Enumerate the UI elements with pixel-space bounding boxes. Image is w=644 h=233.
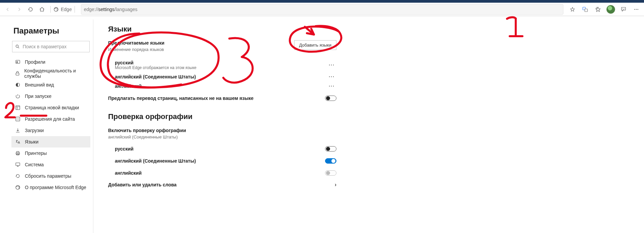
home-button[interactable] (36, 4, 48, 15)
section-heading-spellcheck: Проверка орфографии (108, 112, 644, 121)
favorite-button[interactable] (567, 4, 578, 15)
menu-button[interactable] (631, 4, 642, 15)
nav-newtab[interactable]: Страница новой вкладки (11, 102, 90, 113)
svg-rect-13 (16, 106, 20, 110)
svg-rect-11 (16, 73, 19, 75)
add-languages-button[interactable]: Добавить языки (294, 40, 336, 50)
forward-button[interactable] (13, 4, 25, 15)
nav-label: Внешний вид (25, 82, 54, 88)
nav-reset[interactable]: Сбросить параметры (11, 170, 90, 182)
language-name: английский (115, 83, 142, 89)
nav-label: Профили (25, 59, 45, 65)
spell-toggle[interactable] (325, 170, 336, 176)
section-heading-languages: Языки (108, 25, 644, 34)
nav-printers[interactable]: Принтеры (11, 148, 90, 159)
nav-permissions[interactable]: Разрешения для сайта (11, 113, 90, 125)
spell-row: английский (Соединенные Штаты) (108, 155, 336, 167)
avatar (606, 5, 615, 14)
nav-downloads[interactable]: Загрузки (11, 125, 90, 136)
appearance-icon (15, 82, 21, 88)
nav-startup[interactable]: При запуске (11, 91, 90, 102)
address-bar[interactable]: edge://settings/languages (81, 4, 563, 15)
chevron-right-icon: › (335, 182, 336, 188)
system-icon (15, 162, 21, 167)
add-remove-words-label: Добавить или удалить слова (108, 182, 177, 187)
nav-label: Языки (25, 139, 39, 144)
svg-point-3 (623, 8, 623, 9)
spell-toggle[interactable] (325, 158, 336, 164)
svg-point-16 (18, 118, 19, 119)
url-section: settings (98, 7, 114, 12)
nav-label: Принтеры (25, 151, 47, 156)
enable-spellcheck-label: Включить проверку орфографии (108, 128, 644, 133)
language-row: английский ··· (108, 81, 336, 91)
language-row: русский Microsoft Edge отображается на э… (108, 58, 336, 72)
language-row: английский (Соединенные Штаты) ··· (108, 72, 336, 81)
toolbar-right (567, 4, 642, 15)
app-label: Edge (61, 7, 72, 12)
preferred-languages-label: Предпочитаемые языки (108, 40, 165, 46)
spell-lang-name: английский (Соединенные Штаты) (115, 158, 196, 164)
svg-point-10 (17, 61, 18, 62)
sidebar-title: Параметры (13, 26, 90, 36)
settings-sidebar: Параметры Профили Конфиденциальность и с… (0, 19, 93, 233)
spell-lang-name: английский (115, 170, 142, 176)
nav-privacy[interactable]: Конфиденциальность и службы (11, 68, 90, 79)
profile-icon (15, 59, 21, 65)
nav-label: Разрешения для сайта (25, 116, 75, 122)
lock-icon (15, 71, 20, 76)
spell-lang-name: русский (115, 146, 134, 152)
url-suffix: /languages (114, 7, 138, 12)
nav-languages[interactable]: Языки (11, 136, 90, 148)
search-icon (15, 44, 20, 49)
svg-point-4 (624, 8, 625, 9)
svg-point-7 (637, 9, 638, 9)
settings-search[interactable] (12, 41, 90, 52)
nav-label: О программе Microsoft Edge (25, 185, 86, 190)
settings-main: Языки Предпочитаемые языки Изменение пор… (93, 19, 644, 233)
edge-icon (53, 7, 59, 12)
back-button[interactable] (2, 4, 13, 15)
permissions-icon (15, 116, 21, 122)
offer-translate-toggle[interactable] (325, 96, 336, 101)
offer-translate-label: Предлагать перевод страниц, написанных н… (108, 96, 254, 101)
language-name: английский (Соединенные Штаты) (115, 74, 196, 79)
site-identity[interactable]: Edge (53, 7, 72, 12)
language-name: русский (115, 60, 196, 65)
nav-profiles[interactable]: Профили (11, 56, 90, 68)
preferred-languages-sub: Изменение порядка языков (108, 47, 165, 52)
grid-icon (15, 105, 21, 110)
more-options-button[interactable]: ··· (327, 62, 336, 68)
url-prefix: edge:// (84, 7, 98, 12)
svg-rect-14 (16, 117, 20, 121)
feedback-button[interactable] (618, 4, 629, 15)
add-remove-words-row[interactable]: Добавить или удалить слова › (108, 182, 336, 188)
svg-rect-2 (585, 9, 588, 11)
nav-system[interactable]: Система (11, 159, 90, 170)
favorites-list-button[interactable] (592, 4, 604, 15)
separator (50, 6, 51, 13)
svg-point-6 (636, 9, 637, 9)
nav-label: Конфиденциальность и службы (24, 68, 87, 79)
settings-nav: Профили Конфиденциальность и службы Внеш… (11, 56, 90, 193)
download-icon (15, 128, 21, 133)
profile-button[interactable] (605, 4, 616, 15)
more-options-button[interactable]: ··· (327, 74, 336, 79)
language-icon (15, 139, 21, 144)
refresh-button[interactable] (25, 4, 36, 15)
browser-toolbar: Edge edge://settings/languages (0, 3, 644, 16)
enable-spellcheck-sub: английский (Соединенные Штаты) (108, 134, 644, 139)
nav-about[interactable]: О программе Microsoft Edge (11, 182, 90, 193)
more-options-button[interactable]: ··· (327, 83, 336, 89)
search-input[interactable] (22, 44, 87, 50)
nav-label: Страница новой вкладки (25, 105, 79, 110)
translate-icon[interactable] (580, 4, 591, 15)
svg-point-5 (634, 9, 635, 9)
nav-appearance[interactable]: Внешний вид (11, 79, 90, 91)
spell-toggle[interactable] (325, 146, 336, 152)
nav-label: Сбросить параметры (25, 173, 71, 179)
spell-row: русский (108, 143, 336, 155)
spell-row: английский (108, 167, 336, 179)
svg-point-18 (18, 119, 19, 120)
nav-label: Загрузки (25, 128, 44, 133)
